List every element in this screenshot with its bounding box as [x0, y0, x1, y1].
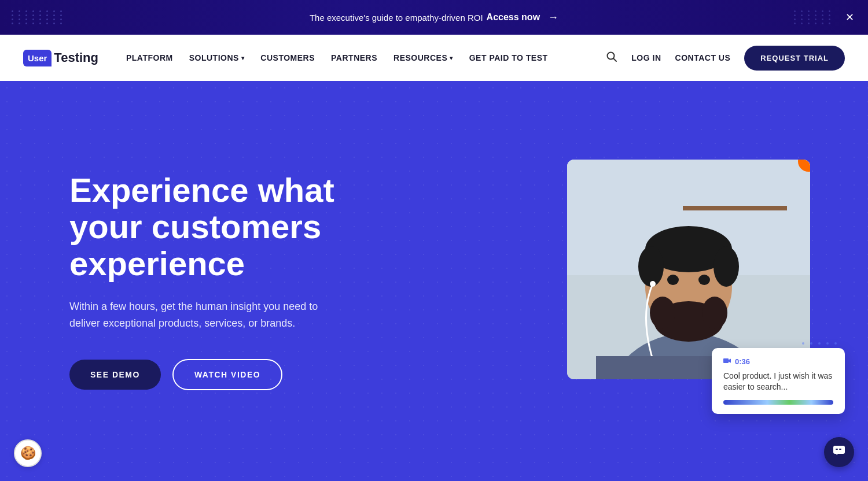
- hero-buttons: SEE DEMO WATCH VIDEO: [69, 359, 405, 390]
- svg-point-16: [650, 281, 656, 287]
- video-card[interactable]: [567, 160, 810, 379]
- chat-icon: [832, 443, 846, 461]
- cookie-consent-button[interactable]: 🍪: [14, 439, 42, 467]
- hero-left: Experience what your customers experienc…: [69, 172, 405, 391]
- hero-section: Experience what your customers experienc…: [0, 81, 868, 481]
- svg-point-9: [638, 246, 664, 287]
- svg-point-14: [667, 275, 679, 285]
- svg-line-1: [613, 58, 616, 61]
- login-button[interactable]: LOG IN: [631, 53, 661, 62]
- svg-rect-20: [836, 449, 838, 450]
- nav-resources[interactable]: RESOURCES ▾: [393, 53, 453, 62]
- see-demo-button[interactable]: SEE DEMO: [69, 360, 161, 390]
- nav-partners[interactable]: PARTNERS: [331, 53, 377, 62]
- svg-point-15: [698, 275, 710, 285]
- svg-rect-21: [839, 449, 841, 450]
- logo-text: Testing: [54, 50, 98, 65]
- svg-point-10: [713, 246, 739, 287]
- video-card-wrapper: 0:36 Cool product. I just wish it was ea…: [567, 160, 822, 402]
- svg-rect-18: [723, 358, 729, 363]
- svg-rect-4: [683, 206, 787, 210]
- hero-title: Experience what your customers experienc…: [69, 172, 405, 282]
- banner-close-button[interactable]: ✕: [845, 11, 854, 24]
- nav-customers[interactable]: CUSTOMERS: [260, 53, 315, 62]
- comment-card: 0:36 Cool product. I just wish it was ea…: [712, 348, 845, 414]
- svg-point-13: [702, 297, 727, 329]
- comment-progress-bar: [723, 400, 833, 405]
- solutions-chevron-icon: ▾: [241, 55, 245, 61]
- banner-arrow[interactable]: →: [548, 12, 558, 24]
- nav-platform[interactable]: PLATFORM: [126, 53, 173, 62]
- svg-rect-19: [833, 446, 845, 454]
- logo[interactable]: User Testing: [23, 50, 98, 66]
- header: User Testing PLATFORM SOLUTIONS ▾ CUSTOM…: [0, 35, 868, 81]
- hero-subtitle: Within a few hours, get the human insigh…: [69, 298, 324, 332]
- chat-button[interactable]: [824, 437, 854, 467]
- nav-solutions[interactable]: SOLUTIONS ▾: [189, 53, 245, 62]
- banner-normal-text: The executive's guide to empathy-driven …: [310, 13, 483, 23]
- hero-right: 0:36 Cool product. I just wish it was ea…: [405, 160, 822, 402]
- main-nav: PLATFORM SOLUTIONS ▾ CUSTOMERS PARTNERS …: [126, 53, 587, 62]
- nav-get-paid[interactable]: GET PAID TO TEST: [469, 53, 548, 62]
- watch-video-button[interactable]: WATCH VIDEO: [172, 359, 282, 390]
- request-trial-button[interactable]: REQUEST TRIAL: [744, 46, 845, 71]
- dots-decoration-right: [794, 10, 833, 24]
- nav-right: LOG IN CONTACT US REQUEST TRIAL: [606, 46, 845, 71]
- resources-chevron-icon: ▾: [450, 55, 453, 61]
- timestamp-text: 0:36: [735, 357, 750, 366]
- dots-decoration-left: [12, 10, 65, 24]
- search-icon[interactable]: [606, 51, 617, 65]
- svg-point-12: [650, 297, 675, 329]
- comment-timestamp: 0:36: [723, 357, 833, 366]
- cookie-icon: 🍪: [20, 446, 36, 461]
- comment-text: Cool product. I just wish it was easier …: [723, 371, 833, 393]
- video-icon: [723, 357, 731, 365]
- top-banner: The executive's guide to empathy-driven …: [0, 0, 868, 35]
- contact-button[interactable]: CONTACT US: [675, 53, 731, 62]
- logo-box: User: [23, 50, 52, 66]
- banner-bold-text: Access now: [487, 12, 540, 23]
- banner-message: The executive's guide to empathy-driven …: [310, 12, 558, 24]
